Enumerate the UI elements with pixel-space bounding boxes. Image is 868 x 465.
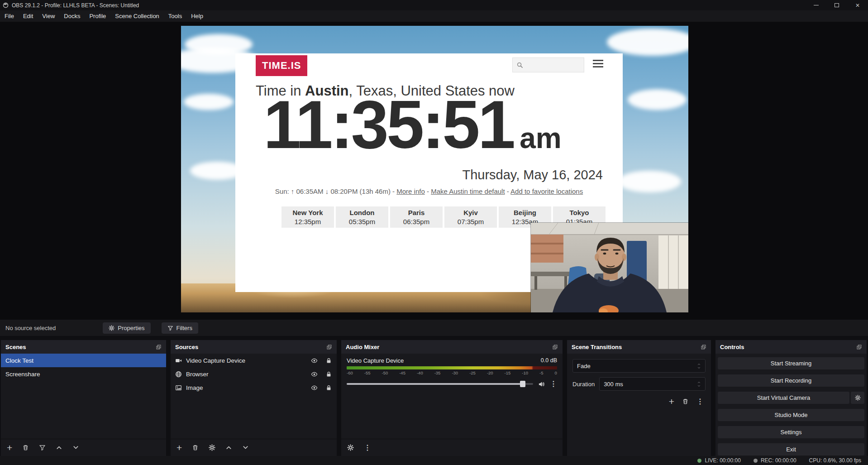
city-box: Paris 06:35pm [390,206,443,228]
start-streaming-button[interactable]: Start Streaming [718,357,864,369]
chevron-up-icon [56,444,62,451]
studio-mode-button[interactable]: Studio Mode [718,409,864,421]
exit-button[interactable]: Exit [718,443,864,455]
statusbar: LIVE: 00:00:00 REC: 00:00:00 CPU: 0.6%, … [0,456,868,465]
transition-select[interactable]: Fade [572,359,706,373]
current-time: 11:35:51 am [263,91,562,158]
transition-value: Fade [577,363,591,369]
transition-menu-button[interactable]: ⋮ [696,397,704,406]
lock-icon[interactable] [325,357,332,364]
scenes-panel: Scenes Clock Test Screenshare + [1,340,166,456]
source-row-browser[interactable]: Browser [171,367,337,381]
chevron-down-icon [242,444,249,451]
move-source-up-button[interactable] [225,444,232,451]
add-transition-button[interactable]: + [669,397,674,406]
trash-icon [22,444,29,451]
popout-icon[interactable] [156,344,162,350]
source-row-image[interactable]: Image [171,381,337,394]
filters-button[interactable]: Filters [162,322,198,334]
popout-icon[interactable] [552,344,558,350]
menu-tools[interactable]: Tools [164,10,186,22]
source-row-video-capture-device[interactable]: Video Capture Device [171,354,337,367]
globe-icon [175,371,182,378]
start-recording-button[interactable]: Start Recording [718,374,864,387]
add-scene-button[interactable]: + [7,443,12,452]
eye-icon[interactable] [311,384,318,391]
source-properties-button[interactable] [209,444,215,451]
spinner-arrows-icon[interactable] [697,381,701,388]
move-scene-down-button[interactable] [72,444,79,451]
source-label: Video Capture Device [186,357,303,364]
popout-icon[interactable] [701,344,706,350]
lock-icon[interactable] [325,384,332,391]
titlebar: OBS 29.1.2 - Profile: LLHLS BETA - Scene… [0,0,868,10]
close-button[interactable]: ✕ [847,0,868,10]
duration-input[interactable]: 300 ms [599,377,706,391]
eye-icon[interactable] [311,371,318,378]
mixer-body: Video Capture Device 0.0 dB -60-55-50-45… [341,354,563,439]
chevron-up-icon [225,444,232,451]
popout-icon[interactable] [326,344,332,350]
menu-help[interactable]: Help [186,10,208,22]
no-source-label: No source selected [5,325,56,331]
controls-body: Start Streaming Start Recording Start Vi… [715,354,867,456]
speaker-icon[interactable] [538,381,545,388]
obs-window: OBS 29.1.2 - Profile: LLHLS BETA - Scene… [0,0,868,465]
advanced-audio-button[interactable] [347,444,354,451]
preview-canvas[interactable]: TIME.IS Time in Austin, Texas, United St… [181,26,688,312]
scenes-list: Clock Test Screenshare [1,354,166,439]
spinner-arrows-icon[interactable] [697,363,701,369]
live-status: LIVE: 00:00:00 [697,457,740,464]
controls-panel: Controls Start Streaming Start Recording… [715,340,867,456]
virtual-camera-config-button[interactable] [851,392,864,404]
maximize-button[interactable] [826,0,847,10]
time-ampm: am [520,121,562,155]
timeis-search-box [512,58,584,72]
settings-button[interactable]: Settings [718,426,864,438]
mixer-source-menu-button[interactable]: ⋮ [550,380,557,388]
preview-area: TIME.IS Time in Austin, Texas, United St… [0,22,868,320]
camera-icon [175,357,182,364]
remove-scene-button[interactable] [22,444,29,451]
lock-icon[interactable] [325,371,332,378]
menu-profile[interactable]: Profile [85,10,110,22]
sun-info-line: Sun: ↑ 06:35AM ↓ 08:20PM (13h 46m) - Mor… [235,187,623,195]
eye-icon[interactable] [311,357,318,364]
popout-icon[interactable] [856,344,862,350]
duration-value: 300 ms [604,381,623,388]
mixer-source-name: Video Capture Device [347,357,404,364]
move-source-down-button[interactable] [242,444,249,451]
chevron-down-icon [72,444,79,451]
volume-slider-handle[interactable] [520,381,525,387]
mixer-menu-button[interactable]: ⋮ [364,444,371,451]
scene-item-screenshare[interactable]: Screenshare [1,367,166,381]
menu-file[interactable]: File [0,10,19,22]
scene-filters-button[interactable] [39,444,46,451]
remove-transition-button[interactable] [682,397,689,406]
webcam-overlay [531,223,688,312]
add-source-button[interactable]: + [176,443,182,452]
hamburger-menu-icon [593,60,603,69]
panel-title: Scene Transitions [572,344,622,350]
properties-button[interactable]: Properties [103,322,150,334]
volume-slider[interactable] [347,383,533,385]
menu-edit[interactable]: Edit [19,10,38,22]
duration-label: Duration [572,381,595,388]
city-box: London 05:35pm [336,206,388,228]
transitions-body: Fade Duration 300 ms + ⋮ [567,354,711,456]
menu-view[interactable]: View [38,10,59,22]
volume-slider-fill [347,383,522,385]
audio-mixer-panel-header: Audio Mixer [341,340,563,354]
menu-scene-collection[interactable]: Scene Collection [110,10,164,22]
minimize-button[interactable] [806,0,826,10]
search-icon [516,62,523,68]
move-scene-up-button[interactable] [56,444,62,451]
menu-docks[interactable]: Docks [59,10,85,22]
obs-logo-icon [3,2,9,8]
remove-source-button[interactable] [192,444,199,451]
scene-item-clock-test[interactable]: Clock Test [1,354,166,367]
start-virtual-camera-button[interactable]: Start Virtual Camera [718,392,849,404]
trash-icon [682,398,689,405]
menubar: File Edit View Docks Profile Scene Colle… [0,10,868,22]
scene-transitions-panel: Scene Transitions Fade Duration 300 ms + [567,340,711,456]
